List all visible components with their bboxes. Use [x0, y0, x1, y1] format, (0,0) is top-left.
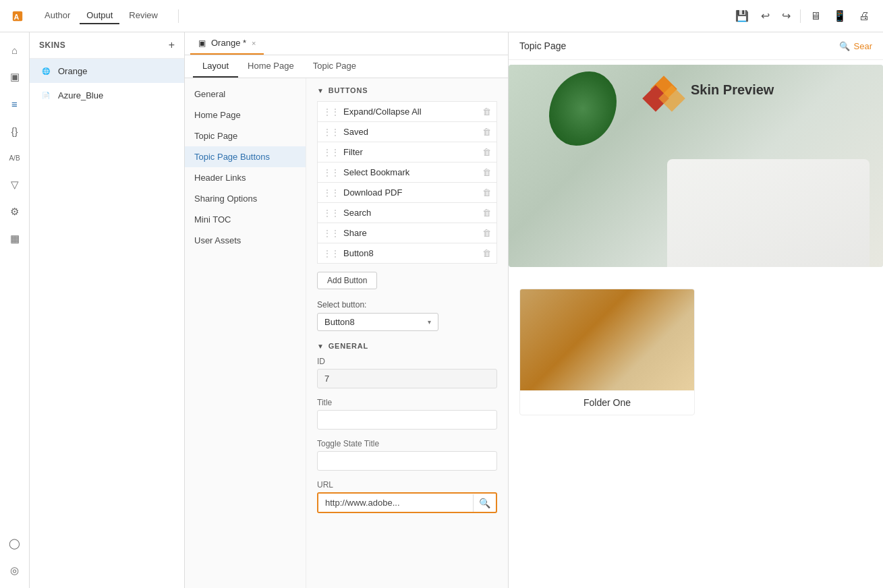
field-label-title: Title — [317, 398, 497, 407]
field-input-url[interactable] — [318, 494, 473, 512]
subtab-topicpage[interactable]: Topic Page — [304, 55, 366, 78]
drag-handle-icon[interactable]: ⋮⋮ — [323, 229, 339, 238]
button-label-search: Search — [343, 208, 482, 218]
iconbar-circle[interactable]: ◯ — [3, 531, 27, 556]
select-button-row: Select button: Button8 ▾ — [317, 300, 497, 331]
nav-topicpage[interactable]: Topic Page — [185, 125, 306, 146]
subtab-homepage[interactable]: Home Page — [238, 55, 304, 78]
topbar-separator — [178, 9, 179, 23]
nav-headerlinks[interactable]: Header Links — [185, 167, 306, 188]
button-label-saved: Saved — [343, 127, 482, 137]
drag-handle-icon[interactable]: ⋮⋮ — [323, 188, 339, 198]
svg-text:A: A — [14, 12, 20, 20]
nav-output[interactable]: Output — [80, 7, 119, 24]
save-button[interactable]: 💾 — [733, 7, 751, 25]
skin-name-azure: Azure_Blue — [58, 90, 103, 100]
buttons-chevron-icon: ▼ — [317, 87, 324, 94]
config-content: ▼ BUTTONS ⋮⋮ Expand/Collapse All 🗑 ⋮⋮ Sa… — [306, 78, 508, 588]
delete-share-button[interactable]: 🗑 — [482, 228, 491, 238]
general-section-header[interactable]: ▼ GENERAL — [317, 342, 497, 350]
drag-handle-icon[interactable]: ⋮⋮ — [323, 107, 339, 117]
drag-handle-icon[interactable]: ⋮⋮ — [323, 168, 339, 177]
preview-hero-title: Skin Preview — [691, 82, 774, 98]
preview-card-image — [520, 289, 694, 390]
buttons-section-header[interactable]: ▼ BUTTONS — [317, 86, 497, 94]
iconbar-filter[interactable]: ▽ — [3, 173, 27, 197]
iconbar-help[interactable]: ◎ — [3, 558, 27, 583]
config-sub-tabs: Layout Home Page Topic Page — [185, 55, 508, 78]
config-nav: General Home Page Topic Page Topic Page … — [185, 78, 306, 588]
delete-selectbookmark-button[interactable]: 🗑 — [482, 167, 491, 177]
url-browse-button[interactable]: 🔍 — [473, 494, 496, 512]
drag-handle-icon[interactable]: ⋮⋮ — [323, 127, 339, 137]
add-button-button[interactable]: Add Button — [317, 272, 377, 289]
drag-handle-icon[interactable]: ⋮⋮ — [323, 249, 339, 258]
iconbar-table[interactable]: ▦ — [3, 227, 27, 251]
select-button-dropdown[interactable]: Button8 ▾ — [317, 313, 438, 331]
nav-author[interactable]: Author — [38, 7, 77, 24]
subtab-layout[interactable]: Layout — [193, 55, 238, 78]
field-input-togglestatetitle[interactable] — [317, 451, 497, 471]
field-input-title[interactable] — [317, 410, 497, 430]
skin-item-azure[interactable]: 📄 Azure_Blue — [30, 83, 184, 107]
nav-topicpagebuttons[interactable]: Topic Page Buttons — [185, 146, 306, 167]
nav-homepage[interactable]: Home Page — [185, 105, 306, 125]
redo-button[interactable]: ↪ — [779, 7, 793, 25]
general-section: ▼ GENERAL ID Title Toggle State Title — [317, 342, 497, 513]
button-row-expandcollapse: ⋮⋮ Expand/Collapse All 🗑 — [317, 101, 497, 122]
tablet-view-button[interactable]: 📱 — [830, 7, 849, 25]
general-chevron-icon: ▼ — [317, 343, 324, 350]
button-label-filter: Filter — [343, 147, 482, 157]
topbar-actions: 💾 ↩ ↪ 🖥 📱 🖨 — [733, 7, 872, 25]
field-group-togglestatetitle: Toggle State Title — [317, 439, 497, 471]
field-input-id[interactable] — [317, 369, 497, 388]
topbar-nav: Author Output Review — [38, 7, 165, 24]
nav-userassets[interactable]: User Assets — [185, 230, 306, 251]
undo-button[interactable]: ↩ — [758, 7, 772, 25]
preview-tab-label: Topic Page — [519, 40, 566, 51]
topbar: A Author Output Review 💾 ↩ ↪ 🖥 📱 🖨 — [0, 0, 883, 32]
delete-search-button[interactable]: 🗑 — [482, 208, 491, 218]
field-label-url: URL — [317, 480, 497, 490]
button-label-expandcollapse: Expand/Collapse All — [343, 107, 482, 117]
iconbar-settings[interactable]: ⚙ — [3, 200, 27, 224]
delete-downloadpdf-button[interactable]: 🗑 — [482, 187, 491, 198]
button-list: ⋮⋮ Expand/Collapse All 🗑 ⋮⋮ Saved 🗑 ⋮⋮ F… — [317, 101, 497, 264]
add-skin-button[interactable]: + — [169, 39, 175, 51]
preview-card-folderone: Folder One — [519, 289, 695, 415]
nav-general[interactable]: General — [185, 84, 306, 105]
iconbar-home[interactable]: ⌂ — [3, 38, 27, 62]
delete-button8-button[interactable]: 🗑 — [482, 248, 491, 258]
iconbar-ab[interactable]: A/B — [3, 146, 27, 170]
desktop-view-button[interactable]: 🖥 — [807, 7, 824, 25]
field-label-id: ID — [317, 357, 497, 366]
field-label-togglestatetitle: Toggle State Title — [317, 439, 497, 448]
drag-handle-icon[interactable]: ⋮⋮ — [323, 148, 339, 157]
iconbar-code[interactable]: {} — [3, 119, 27, 143]
preview-search-text: Sear — [854, 41, 872, 51]
button-label-button8: Button8 — [343, 248, 482, 258]
app-logo[interactable]: A — [11, 9, 24, 23]
delete-filter-button[interactable]: 🗑 — [482, 147, 491, 157]
button-row-downloadpdf: ⋮⋮ Download PDF 🗑 — [317, 183, 497, 203]
config-tabs: ▣ Orange * × — [185, 32, 508, 55]
delete-saved-button[interactable]: 🗑 — [482, 127, 491, 137]
code-view-button[interactable]: 🖨 — [856, 7, 872, 25]
config-tab-orange[interactable]: ▣ Orange * × — [190, 32, 264, 55]
nav-sharingoptions[interactable]: Sharing Options — [185, 188, 306, 209]
iconbar-content[interactable]: ≡ — [3, 92, 27, 116]
buttons-section-label: BUTTONS — [329, 86, 368, 94]
iconbar-pages[interactable]: ▣ — [3, 65, 27, 89]
tab-close-button[interactable]: × — [252, 39, 256, 47]
delete-expandcollapse-button[interactable]: 🗑 — [482, 107, 491, 117]
nav-review[interactable]: Review — [122, 7, 165, 24]
preview-cards: Folder One — [509, 278, 883, 426]
preview-area: Topic Page 🔍 Sear — [509, 32, 883, 588]
preview-hero: Skin Preview — [509, 65, 883, 267]
preview-search-icon: 🔍 — [839, 41, 850, 51]
skin-item-orange[interactable]: 🌐 Orange — [30, 59, 184, 83]
tab-label: Orange * — [211, 38, 246, 48]
tab-icon: ▣ — [198, 38, 206, 48]
drag-handle-icon[interactable]: ⋮⋮ — [323, 208, 339, 218]
nav-minitoc[interactable]: Mini TOC — [185, 209, 306, 230]
